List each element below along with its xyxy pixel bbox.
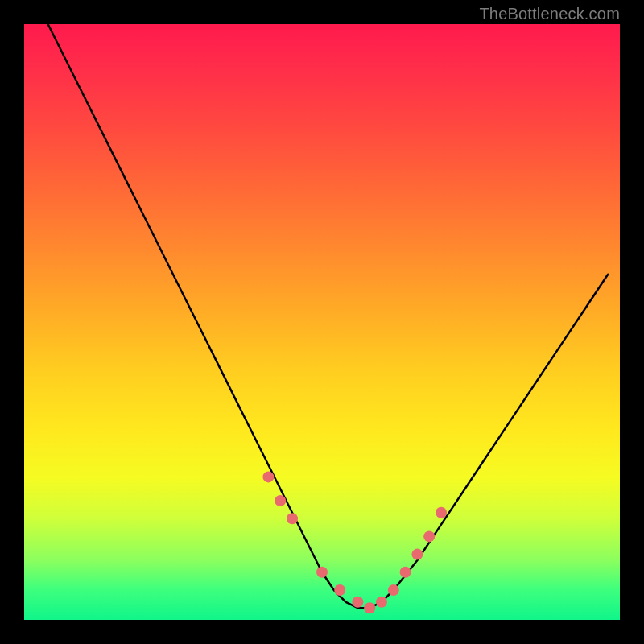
watermark-text: TheBottleneck.com — [479, 5, 620, 23]
marker-dot — [411, 549, 423, 560]
marker-dot — [334, 584, 345, 596]
marker-dot — [364, 602, 375, 613]
chart-svg — [24, 24, 620, 620]
marker-layer — [262, 471, 447, 613]
chart-stage: TheBottleneck.com — [0, 0, 644, 644]
marker-dot — [262, 471, 274, 482]
marker-dot — [436, 507, 447, 518]
marker-dot — [316, 567, 328, 578]
bottleneck-curve — [48, 24, 609, 608]
marker-dot — [423, 530, 435, 542]
marker-dot — [376, 597, 387, 608]
marker-dot — [352, 597, 363, 608]
marker-dot — [388, 584, 399, 596]
plot-area — [24, 24, 620, 620]
marker-dot — [275, 495, 286, 506]
marker-dot — [400, 567, 411, 578]
marker-dot — [287, 513, 298, 524]
curve-layer — [48, 24, 609, 608]
